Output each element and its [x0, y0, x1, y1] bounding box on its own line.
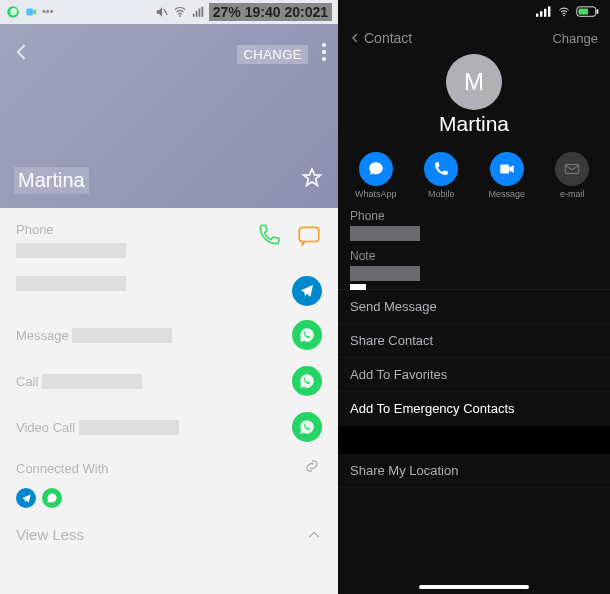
message-button[interactable] — [296, 222, 322, 252]
ios-header: Contact Change — [338, 24, 610, 50]
link-icon — [302, 456, 322, 480]
whatsapp-videocall-button[interactable] — [292, 412, 322, 442]
svg-rect-1 — [26, 9, 33, 16]
chevron-up-icon — [306, 527, 322, 543]
whatsapp-message-button[interactable] — [292, 320, 322, 350]
message-label: Message — [16, 328, 69, 343]
add-favorites-item[interactable]: Add To Favorites — [338, 358, 610, 392]
cursor-marker — [350, 284, 366, 290]
svg-line-2 — [164, 9, 168, 15]
note-label: Note — [350, 249, 598, 263]
phone-label: Phone — [350, 209, 598, 223]
whatsapp-call-row[interactable]: Call — [0, 358, 338, 404]
share-location-label: Share My Location — [350, 463, 458, 478]
svg-point-3 — [179, 15, 181, 17]
svg-rect-17 — [566, 165, 580, 174]
whatsapp-icon — [46, 492, 58, 504]
email-action[interactable]: e-mail — [545, 152, 601, 199]
duo-statusbar-icon — [24, 5, 38, 19]
add-emergency-label: Add To Emergency Contacts — [350, 401, 515, 416]
svg-point-6 — [322, 57, 326, 61]
videocall-label: Video Call — [16, 420, 75, 435]
svg-rect-8 — [536, 14, 538, 17]
whatsapp-action[interactable]: WhatsApp — [348, 152, 404, 199]
whatsapp-videocall-row[interactable]: Video Call — [0, 404, 338, 450]
mobile-action[interactable]: Mobile — [414, 152, 470, 199]
change-button[interactable]: CHANGE — [237, 45, 308, 64]
connected-label: Connected With — [16, 461, 109, 476]
vcall-redacted — [79, 420, 179, 435]
whatsapp-icon — [298, 372, 316, 390]
signal-icon — [191, 5, 205, 19]
message-icon — [296, 222, 322, 248]
whatsapp-icon — [298, 326, 316, 344]
call-button[interactable] — [256, 222, 282, 252]
change-button[interactable]: Change — [552, 31, 598, 46]
contact-header: CHANGE Martina — [0, 24, 338, 208]
wifi-icon — [173, 5, 187, 19]
note-redacted — [350, 266, 420, 281]
phone-redacted — [350, 226, 420, 241]
action-label: Mobile — [414, 189, 470, 199]
ios-contact-panel: Contact Change M Martina WhatsApp Mobile… — [338, 0, 610, 594]
telegram-button[interactable] — [292, 276, 322, 306]
call-label: Call — [16, 374, 38, 389]
call-redacted — [42, 374, 142, 389]
send-message-item[interactable]: Send Message — [338, 289, 610, 324]
android-contact-panel: ••• 27% 19:40 20:021 CHANGE Martina — [0, 0, 338, 594]
telegram-redacted — [16, 276, 126, 291]
svg-rect-15 — [597, 9, 599, 13]
svg-rect-16 — [500, 165, 509, 174]
phone-number-redacted — [16, 243, 126, 258]
view-less-button[interactable]: View Less — [0, 512, 338, 553]
whatsapp-call-button[interactable] — [292, 366, 322, 396]
back-button[interactable]: Contact — [350, 30, 412, 46]
share-contact-item[interactable]: Share Contact — [338, 324, 610, 358]
wifi-icon — [556, 6, 572, 18]
favorite-button[interactable] — [300, 166, 324, 194]
video-icon — [498, 160, 516, 178]
battery-time-text: 27% 19:40 20:021 — [209, 3, 332, 21]
view-less-label: View Less — [16, 526, 84, 543]
home-indicator[interactable] — [419, 585, 529, 589]
telegram-icon — [299, 283, 315, 299]
msg-redacted — [72, 328, 172, 343]
svg-point-12 — [563, 15, 565, 17]
message-action[interactable]: Message — [479, 152, 535, 199]
action-label: e-mail — [545, 189, 601, 199]
star-outline-icon — [300, 166, 324, 190]
telegram-section — [0, 268, 338, 312]
svg-rect-7 — [299, 227, 319, 241]
svg-rect-14 — [579, 9, 588, 15]
overflow-menu-button[interactable] — [322, 43, 326, 65]
phone-icon — [256, 222, 282, 248]
back-label: Contact — [364, 30, 412, 46]
action-label: WhatsApp — [348, 189, 404, 199]
phone-label: Phone — [16, 222, 126, 237]
mail-icon — [563, 160, 581, 178]
contact-name: Martina — [338, 110, 610, 146]
telegram-connected-icon[interactable] — [16, 488, 36, 508]
whatsapp-message-row[interactable]: Message — [0, 312, 338, 358]
android-statusbar: ••• 27% 19:40 20:021 — [0, 0, 338, 24]
cellular-icon — [536, 6, 552, 18]
note-block: Note — [338, 243, 610, 283]
back-button[interactable] — [12, 42, 32, 66]
whatsapp-connected-icon[interactable] — [42, 488, 62, 508]
ios-statusbar — [338, 0, 610, 24]
share-contact-label: Share Contact — [350, 333, 433, 348]
send-message-label: Send Message — [350, 299, 437, 314]
phone-section: Phone — [0, 208, 338, 268]
contact-avatar: M — [446, 54, 502, 110]
whatsapp-statusbar-icon — [6, 5, 20, 19]
section-gap — [338, 426, 610, 454]
chat-bubble-icon — [367, 160, 385, 178]
chevron-left-icon — [350, 30, 360, 46]
telegram-icon — [21, 493, 32, 504]
add-emergency-item[interactable]: Add To Emergency Contacts — [338, 392, 610, 426]
more-dots-icon: ••• — [42, 5, 54, 19]
share-location-item[interactable]: Share My Location — [338, 454, 610, 488]
svg-rect-11 — [548, 6, 550, 16]
action-label: Message — [479, 189, 535, 199]
svg-point-5 — [322, 50, 326, 54]
